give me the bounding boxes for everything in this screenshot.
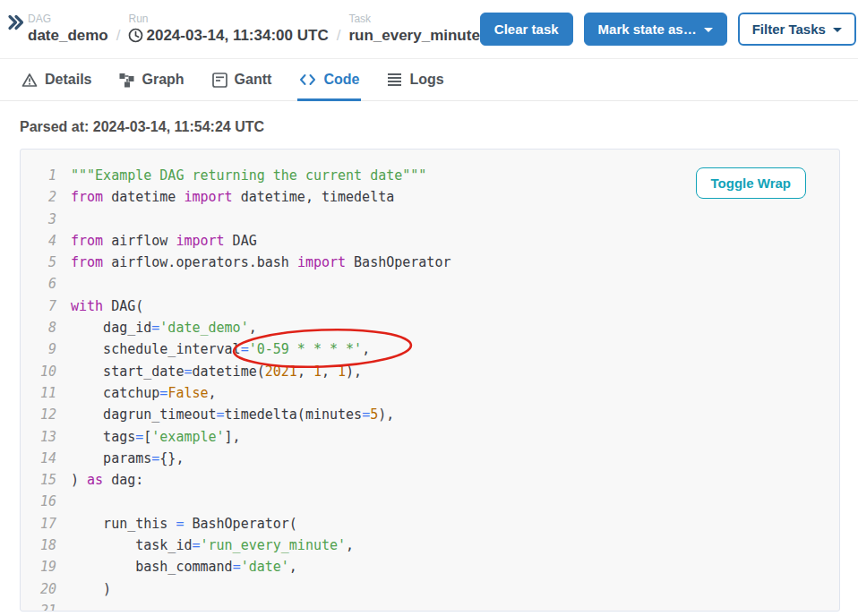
caret-down-icon bbox=[704, 28, 713, 32]
code-lines: 1"""Example DAG returning the current da… bbox=[21, 165, 839, 612]
code-text: tags=['example'], bbox=[71, 426, 241, 448]
toggle-wrap-button[interactable]: Toggle Wrap bbox=[696, 167, 806, 199]
airflow-task-instance-page: { "header": { "separator": "/", "breadcr… bbox=[0, 0, 858, 616]
line-number: 14 bbox=[21, 448, 56, 469]
code-text: dagrun_timeout=timedelta(minutes=5), bbox=[71, 404, 394, 425]
tab-logs[interactable]: Logs bbox=[385, 59, 445, 100]
code-line: 3 bbox=[21, 209, 839, 230]
line-number: 7 bbox=[21, 295, 56, 317]
code-line: 10 start_date=datetime(2021, 1, 1), bbox=[21, 361, 839, 382]
double-chevron-right-icon[interactable] bbox=[7, 14, 24, 30]
code-text: task_id='run_every_minute', bbox=[71, 535, 354, 556]
line-number: 2 bbox=[21, 186, 56, 208]
code-text: params={}, bbox=[71, 448, 184, 469]
line-number: 19 bbox=[21, 556, 56, 578]
parsed-at-text: Parsed at: 2024-03-14, 11:54:24 UTC bbox=[20, 119, 858, 135]
code-line: 6 bbox=[21, 273, 839, 295]
line-number: 13 bbox=[21, 426, 56, 448]
line-number: 6 bbox=[21, 273, 56, 295]
line-number: 16 bbox=[21, 491, 56, 512]
breadcrumb-task-label: Task bbox=[348, 13, 479, 25]
mark-state-as-label: Mark state as… bbox=[598, 21, 697, 37]
code-line: 18 task_id='run_every_minute', bbox=[21, 535, 839, 556]
line-number: 17 bbox=[21, 513, 56, 535]
code-line: 7with DAG( bbox=[21, 295, 839, 317]
code-line: 16 bbox=[21, 491, 839, 512]
clear-task-button[interactable]: Clear task bbox=[480, 13, 573, 46]
line-number: 10 bbox=[21, 361, 56, 382]
breadcrumb-run-value-wrap[interactable]: 2024-03-14, 11:34:00 UTC bbox=[128, 25, 328, 46]
filter-tasks-button[interactable]: Filter Tasks bbox=[738, 13, 856, 46]
filter-tasks-label: Filter Tasks bbox=[752, 21, 826, 37]
warning-triangle-icon bbox=[21, 73, 38, 88]
code-line: 12 dagrun_timeout=timedelta(minutes=5), bbox=[21, 404, 839, 425]
breadcrumb-run: Run 2024-03-14, 11:34:00 UTC bbox=[128, 13, 328, 46]
line-number: 21 bbox=[21, 600, 56, 612]
code-line: 19 bash_command='date', bbox=[21, 556, 839, 578]
code-text: ) as dag: bbox=[71, 469, 143, 491]
breadcrumb-dag: DAG date_demo bbox=[28, 13, 108, 46]
code-line: 14 params={}, bbox=[21, 448, 839, 469]
tab-gantt-label: Gantt bbox=[235, 72, 272, 88]
code-text: schedule_interval='0-59 * * * *', bbox=[71, 338, 370, 360]
breadcrumb-dag-value[interactable]: date_demo bbox=[28, 25, 108, 46]
code-line: 5from airflow.operators.bash import Bash… bbox=[21, 252, 839, 273]
mark-state-as-button[interactable]: Mark state as… bbox=[584, 13, 727, 46]
code-line: 20 ) bbox=[21, 578, 839, 600]
graph-icon bbox=[119, 73, 134, 88]
tab-code[interactable]: Code bbox=[297, 59, 361, 100]
task-instance-header: DAG date_demo / Run 2024-03-14, 11:34:00… bbox=[0, 0, 858, 59]
code-text: from datetime import datetime, timedelta bbox=[71, 186, 394, 208]
code-line: 9 schedule_interval='0-59 * * * *', bbox=[21, 338, 839, 360]
code-text: dag_id='date_demo', bbox=[71, 317, 257, 338]
line-number: 5 bbox=[21, 252, 56, 273]
breadcrumb-task: Task run_every_minute bbox=[348, 13, 479, 46]
code-text: from airflow.operators.bash import BashO… bbox=[71, 252, 450, 273]
tab-graph-label: Graph bbox=[142, 72, 184, 88]
breadcrumb-task-value[interactable]: run_every_minute bbox=[348, 25, 479, 46]
code-line: 4from airflow import DAG bbox=[21, 230, 839, 252]
view-tabs: Details Graph Gantt Code Logs bbox=[0, 59, 858, 101]
line-number: 9 bbox=[21, 338, 56, 360]
tab-graph[interactable]: Graph bbox=[117, 59, 185, 100]
dag-code-panel: 1"""Example DAG returning the current da… bbox=[20, 149, 840, 612]
code-text: run_this = BashOperator( bbox=[71, 513, 297, 535]
code-text: from airflow import DAG bbox=[71, 230, 257, 252]
line-number: 4 bbox=[21, 230, 56, 252]
code-text: """Example DAG returning the current dat… bbox=[71, 165, 426, 186]
code-line: 15) as dag: bbox=[21, 469, 839, 491]
line-number: 1 bbox=[21, 165, 56, 186]
tab-details-label: Details bbox=[45, 72, 91, 88]
code-icon bbox=[299, 73, 316, 87]
line-number: 20 bbox=[21, 578, 56, 600]
line-number: 3 bbox=[21, 209, 56, 230]
tab-gantt[interactable]: Gantt bbox=[210, 59, 274, 100]
breadcrumb: DAG date_demo / Run 2024-03-14, 11:34:00… bbox=[28, 13, 480, 46]
line-number: 15 bbox=[21, 469, 56, 491]
code-text: ) bbox=[71, 578, 111, 600]
code-text: catchup=False, bbox=[71, 382, 217, 404]
code-text: with DAG( bbox=[71, 295, 143, 317]
code-text: start_date=datetime(2021, 1, 1), bbox=[71, 361, 362, 382]
code-line: 11 catchup=False, bbox=[21, 382, 839, 404]
logs-icon bbox=[387, 73, 402, 87]
header-actions: Clear task Mark state as… Filter Tasks bbox=[480, 13, 856, 46]
tab-logs-label: Logs bbox=[409, 72, 443, 88]
gantt-icon bbox=[212, 73, 227, 88]
line-number: 8 bbox=[21, 317, 56, 338]
breadcrumb-separator: / bbox=[337, 25, 341, 46]
code-text: bash_command='date', bbox=[71, 556, 297, 578]
breadcrumb-dag-label: DAG bbox=[28, 13, 108, 25]
code-line: 17 run_this = BashOperator( bbox=[21, 513, 839, 535]
line-number: 11 bbox=[21, 382, 56, 404]
code-line: 8 dag_id='date_demo', bbox=[21, 317, 839, 338]
tab-details[interactable]: Details bbox=[20, 59, 93, 100]
code-line: 13 tags=['example'], bbox=[21, 426, 839, 448]
line-number: 12 bbox=[21, 404, 56, 425]
line-number: 18 bbox=[21, 535, 56, 556]
tab-code-label: Code bbox=[323, 72, 359, 88]
clock-icon bbox=[128, 28, 143, 43]
caret-down-icon bbox=[833, 28, 842, 32]
breadcrumb-run-value: 2024-03-14, 11:34:00 UTC bbox=[146, 25, 328, 46]
breadcrumb-separator: / bbox=[116, 25, 121, 46]
